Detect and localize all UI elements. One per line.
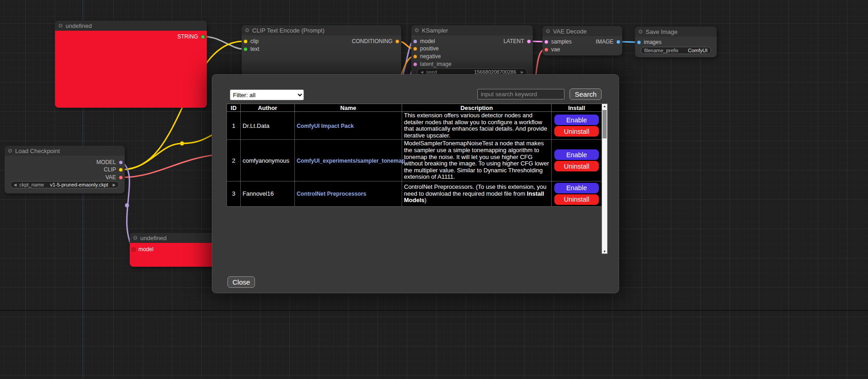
slot-label: VAE bbox=[105, 174, 116, 181]
column-header-install: Install bbox=[552, 104, 602, 112]
enable-button[interactable]: Enable bbox=[554, 115, 599, 125]
error-node-body bbox=[55, 31, 207, 108]
column-header-name: Name bbox=[295, 104, 402, 112]
search-input[interactable] bbox=[477, 89, 564, 99]
uninstall-button[interactable]: Uninstall bbox=[554, 194, 599, 205]
model-output-slot[interactable] bbox=[119, 160, 123, 165]
node-title: undefined bbox=[66, 22, 92, 29]
samples-input-slot[interactable] bbox=[544, 40, 548, 44]
node-load-checkpoint[interactable]: Load Checkpoint MODEL CLIP VAE ◀ ckpt_na… bbox=[5, 146, 125, 193]
node-title: Load Checkpoint bbox=[15, 148, 60, 154]
vae-input-slot[interactable] bbox=[544, 48, 548, 52]
enable-button[interactable]: Enable bbox=[554, 183, 599, 193]
slot-label: CONDITIONING bbox=[352, 38, 393, 44]
description-text: ControlNet Preprocessors. (To use this e… bbox=[404, 183, 547, 197]
slot-label: MODEL bbox=[96, 159, 116, 165]
node-collapse-icon[interactable] bbox=[245, 28, 249, 32]
row-description: This extension offers various detector n… bbox=[402, 112, 552, 140]
row-author: Fannovel16 bbox=[241, 181, 295, 206]
widget-value: ComfyUI bbox=[688, 48, 708, 53]
row-id: 1 bbox=[227, 112, 241, 140]
widget-value: v1-5-pruned-emaonly.ckpt bbox=[50, 182, 108, 187]
enable-button[interactable]: Enable bbox=[554, 149, 599, 160]
filter-select[interactable]: Filter: all bbox=[230, 89, 304, 100]
node-collapse-icon[interactable] bbox=[59, 24, 62, 27]
slot-label: CLIP bbox=[104, 166, 116, 173]
clip-input-slot[interactable] bbox=[243, 39, 248, 44]
node-title-bar[interactable]: undefined bbox=[130, 233, 221, 243]
slot-label: negative bbox=[420, 53, 441, 60]
decrement-arrow-icon[interactable]: ◀ bbox=[14, 183, 17, 187]
column-header-description: Description bbox=[402, 104, 552, 112]
scroll-up-arrow-icon[interactable]: ▲ bbox=[602, 104, 607, 108]
uninstall-button[interactable]: Uninstall bbox=[554, 126, 599, 137]
node-collapse-icon[interactable] bbox=[415, 28, 419, 32]
latent-output-slot[interactable] bbox=[527, 39, 531, 44]
search-button[interactable]: Search bbox=[569, 88, 602, 100]
extension-link[interactable]: ComfyUI_experiments/sampler_tonemap bbox=[297, 158, 405, 164]
search-bar: Search bbox=[477, 88, 602, 100]
slot-label: vae bbox=[551, 46, 560, 53]
column-header-id: ID bbox=[227, 104, 241, 112]
node-title-bar[interactable]: KSampler bbox=[411, 25, 533, 35]
images-input-slot[interactable] bbox=[637, 40, 641, 44]
column-header-author: Author bbox=[241, 104, 295, 112]
extension-table-container: ID Author Name Description Install 1 Dr.… bbox=[227, 104, 608, 255]
vae-output-slot[interactable] bbox=[119, 176, 123, 180]
node-vae-decode[interactable]: VAE Decode samples vae IMAGE bbox=[542, 26, 622, 55]
increment-arrow-icon[interactable]: ▶ bbox=[113, 183, 116, 187]
slot-label: images bbox=[644, 39, 662, 45]
node-title: Save Image bbox=[646, 28, 677, 35]
extension-link[interactable]: ComfyUI Impact Pack bbox=[297, 123, 354, 129]
table-row: 1 Dr.Lt.Data ComfyUI Impact Pack This ex… bbox=[227, 112, 602, 140]
table-row: 3 Fannovel16 ControlNet Preprocessors Co… bbox=[227, 181, 602, 206]
slot-label: positive bbox=[420, 45, 439, 52]
clip-output-slot[interactable] bbox=[119, 168, 123, 172]
node-collapse-icon[interactable] bbox=[133, 236, 137, 240]
node-undefined-top[interactable]: undefined STRING bbox=[55, 21, 207, 108]
slot-label: IMAGE bbox=[596, 38, 614, 45]
model-input-slot[interactable] bbox=[132, 247, 136, 252]
conditioning-output-slot[interactable] bbox=[395, 39, 399, 44]
ckpt-name-widget[interactable]: ◀ ckpt_name v1-5-pruned-emaonly.ckpt ▶ bbox=[10, 181, 119, 188]
positive-input-slot[interactable] bbox=[413, 47, 417, 51]
table-row: 2 comfyanonymous ComfyUI_experiments/sam… bbox=[227, 140, 602, 181]
slot-label: model bbox=[420, 38, 435, 44]
node-clip-text-encode[interactable]: CLIP Text Encode (Prompt) clip text COND… bbox=[242, 25, 401, 76]
extension-link[interactable]: ControlNet Preprocessors bbox=[297, 191, 366, 197]
node-collapse-icon[interactable] bbox=[639, 30, 642, 33]
row-author: comfyanonymous bbox=[241, 140, 295, 181]
table-scrollbar[interactable]: ▲ ▼ bbox=[602, 104, 608, 254]
slot-label: samples bbox=[551, 38, 572, 45]
link-clip-to-hidden bbox=[122, 133, 216, 170]
node-title-bar[interactable]: CLIP Text Encode (Prompt) bbox=[242, 25, 401, 35]
filename-prefix-widget[interactable]: filename_prefix ComfyUI bbox=[641, 47, 711, 54]
model-input-slot[interactable] bbox=[413, 39, 417, 44]
decrement-arrow-icon[interactable]: ◀ bbox=[420, 70, 423, 74]
node-collapse-icon[interactable] bbox=[8, 149, 12, 153]
negative-input-slot[interactable] bbox=[413, 55, 417, 59]
image-output-slot[interactable] bbox=[616, 40, 620, 44]
node-title: CLIP Text Encode (Prompt) bbox=[252, 27, 325, 34]
scrollbar-thumb[interactable] bbox=[603, 110, 607, 138]
node-title-bar[interactable]: Save Image bbox=[635, 27, 717, 37]
node-title-bar[interactable]: Load Checkpoint bbox=[5, 146, 125, 156]
node-collapse-icon[interactable] bbox=[546, 29, 550, 33]
text-input-slot[interactable] bbox=[243, 47, 248, 51]
node-title-bar[interactable]: undefined bbox=[55, 21, 207, 31]
slot-label: model bbox=[138, 246, 154, 253]
increment-arrow-icon[interactable]: ▶ bbox=[521, 70, 524, 74]
node-ksampler[interactable]: KSampler model positive negative latent_… bbox=[411, 25, 533, 78]
close-button[interactable]: Close bbox=[227, 276, 255, 288]
row-description: ControlNet Preprocessors. (To use this e… bbox=[402, 181, 552, 206]
node-undefined-bottom[interactable]: undefined model bbox=[130, 233, 221, 267]
node-save-image[interactable]: Save Image images filename_prefix ComfyU… bbox=[635, 27, 717, 57]
description-text: ) bbox=[425, 197, 426, 203]
latent-image-input-slot[interactable] bbox=[413, 62, 417, 66]
scroll-down-arrow-icon[interactable]: ▼ bbox=[602, 250, 607, 253]
custom-nodes-manager-dialog: Filter: all Search ID Author Name Descri… bbox=[212, 74, 619, 293]
string-output-slot[interactable] bbox=[201, 35, 205, 39]
node-title-bar[interactable]: VAE Decode bbox=[542, 26, 622, 36]
uninstall-button[interactable]: Uninstall bbox=[554, 161, 599, 171]
row-id: 2 bbox=[227, 140, 241, 181]
